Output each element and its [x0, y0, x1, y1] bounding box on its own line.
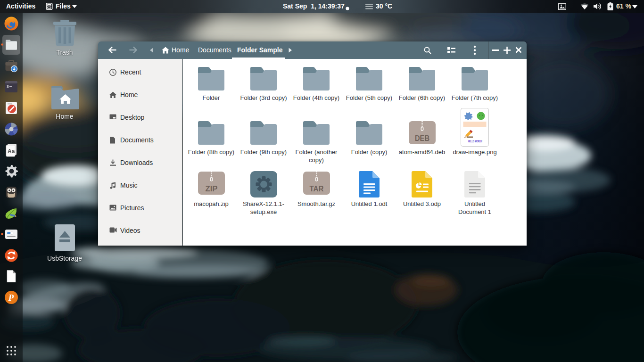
- svg-text:ZIP: ZIP: [206, 184, 218, 193]
- svg-text:HELLO WORLD!: HELLO WORLD!: [468, 140, 482, 143]
- svg-text:$: $: [7, 84, 9, 89]
- svg-text:DEB: DEB: [415, 134, 429, 143]
- svg-text:Aa: Aa: [8, 148, 15, 155]
- svg-text:P: P: [8, 293, 14, 303]
- svg-text:TAR: TAR: [310, 184, 324, 193]
